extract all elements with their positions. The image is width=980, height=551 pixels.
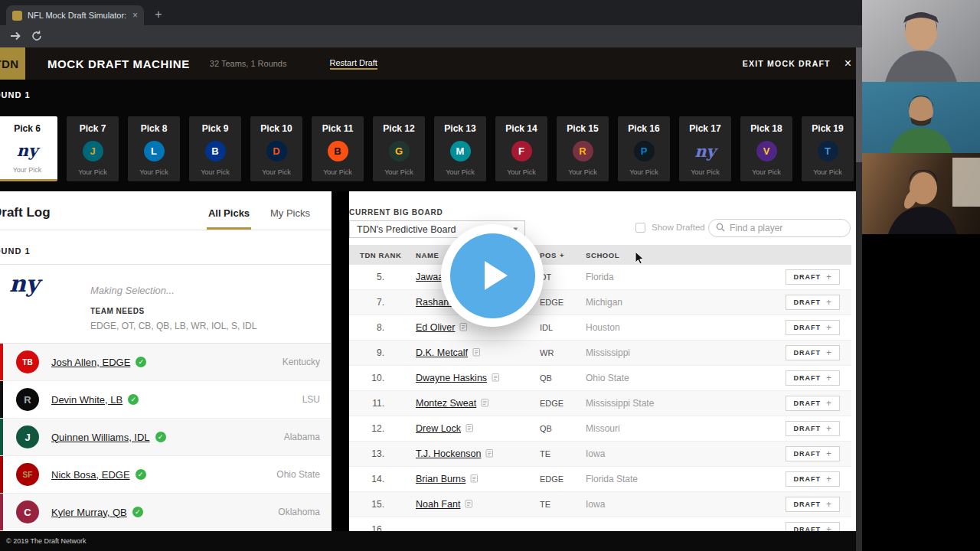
- team-color-stripe: [0, 456, 3, 493]
- pick-card-label: Pick 17: [689, 123, 720, 134]
- pos-sort-icon[interactable]: +: [560, 251, 564, 259]
- draft-plus-icon: +: [826, 474, 832, 484]
- player-link[interactable]: Devin White, LB: [51, 394, 122, 406]
- column-header-rank[interactable]: TDN RANK: [360, 251, 416, 259]
- show-drafted-checkbox[interactable]: [635, 223, 645, 233]
- pick-card-12[interactable]: Pick 12 G Your Pick: [373, 116, 425, 181]
- tdn-logo[interactable]: TDN: [0, 47, 25, 80]
- player-position: EDGE: [540, 298, 586, 307]
- team-logo-giants: ny: [694, 141, 715, 161]
- pick-card-label: Pick 12: [383, 123, 414, 134]
- player-school: Michigan: [586, 297, 775, 308]
- player-name-link[interactable]: T.J. Hockenson: [416, 448, 481, 459]
- player-link[interactable]: Quinnen Williams, IDL: [51, 432, 150, 443]
- webcam-person-silhouette: [862, 0, 980, 82]
- player-name-link[interactable]: Brian Burns: [416, 474, 466, 484]
- forward-icon[interactable]: [9, 30, 21, 45]
- player-rank: 8.: [360, 322, 384, 333]
- pick-card-label: Pick 6: [14, 123, 41, 134]
- reload-icon[interactable]: [31, 30, 43, 45]
- new-tab-button[interactable]: +: [150, 6, 167, 23]
- pick-card-label: Pick 15: [567, 123, 598, 134]
- player-link[interactable]: Kyler Murray, QB: [51, 507, 127, 518]
- player-name-link[interactable]: Dwayne Haskins: [416, 373, 487, 383]
- pick-card-18[interactable]: Pick 18 V Your Pick: [740, 116, 792, 181]
- draft-button[interactable]: DRAFT+: [786, 345, 840, 360]
- pick-card-14[interactable]: Pick 14 F Your Pick: [495, 116, 547, 181]
- your-pick-label: Your Pick: [323, 168, 352, 176]
- draft-button[interactable]: DRAFT+: [786, 295, 840, 310]
- player-name-link[interactable]: Noah Fant: [416, 499, 460, 510]
- draft-button[interactable]: DRAFT+: [786, 370, 840, 386]
- draft-button[interactable]: DRAFT+: [786, 396, 840, 411]
- player-notes-icon[interactable]: [459, 321, 468, 334]
- pick-card-8[interactable]: Pick 8 L Your Pick: [128, 116, 180, 181]
- player-school: Missouri: [586, 423, 775, 434]
- find-player-input[interactable]: [730, 223, 843, 233]
- show-drafted-label[interactable]: Show Drafted: [652, 223, 705, 232]
- team-logo-buccaneers: TB: [16, 350, 39, 373]
- draft-button[interactable]: DRAFT+: [786, 446, 840, 461]
- site-header: MOCK DRAFT MACHINE 32 Teams, 1 Rounds Re…: [0, 47, 862, 80]
- pick-card-16[interactable]: Pick 16 P Your Pick: [618, 116, 670, 181]
- player-notes-icon[interactable]: [481, 396, 489, 410]
- pick-card-15[interactable]: Pick 15 R Your Pick: [557, 116, 609, 181]
- pick-card-19[interactable]: Pick 19 T Your Pick: [802, 116, 854, 181]
- player-name-link[interactable]: Montez Sweat: [416, 398, 476, 409]
- browser-toolbar: https://thedraftnetwork.com/mock-draft-m…: [0, 25, 980, 47]
- team-color-stripe: [0, 381, 3, 418]
- restart-draft-link[interactable]: Restart Draft: [330, 58, 377, 70]
- player-link[interactable]: Josh Allen, EDGE: [51, 357, 130, 368]
- pick-card-11[interactable]: Pick 11 B Your Pick: [312, 116, 364, 181]
- search-icon: [716, 221, 725, 235]
- player-search-box[interactable]: [708, 219, 851, 237]
- player-notes-icon[interactable]: [472, 346, 481, 360]
- pick-card-9[interactable]: Pick 9 B Your Pick: [189, 116, 241, 181]
- pick-card-6[interactable]: Pick 6 ny Your Pick: [0, 116, 57, 181]
- draft-button[interactable]: DRAFT+: [786, 522, 840, 531]
- draft-button[interactable]: DRAFT+: [786, 269, 840, 285]
- draft-button[interactable]: DRAFT+: [786, 471, 840, 487]
- your-pick-label: Your Pick: [139, 168, 168, 176]
- pick-card-17[interactable]: Pick 17 ny Your Pick: [679, 116, 731, 181]
- browser-tab[interactable]: NFL Mock Draft Simulator: Ma ×: [6, 5, 144, 25]
- draft-log-row: SF Nick Bosa, EDGE ✓ Ohio State: [0, 456, 332, 494]
- column-header-school[interactable]: SCHOOL: [586, 251, 775, 259]
- pick-card-label: Pick 13: [444, 123, 475, 134]
- player-name-link[interactable]: Ed Oliver: [416, 322, 455, 333]
- player-rank: 15.: [360, 499, 384, 510]
- pick-cards-strip: Pick 6 ny Your Pick Pick 7 J Your Pick P…: [0, 116, 854, 181]
- your-pick-label: Your Pick: [78, 168, 107, 176]
- team-logo-giants: ny: [17, 140, 38, 161]
- player-name-link[interactable]: Drew Lock: [416, 423, 461, 434]
- webcam-person-silhouette: [862, 82, 980, 153]
- pick-card-10[interactable]: Pick 10 D Your Pick: [250, 116, 302, 181]
- exit-mock-draft-button[interactable]: EXIT MOCK DRAFT: [743, 59, 831, 68]
- player-notes-icon[interactable]: [485, 447, 494, 461]
- player-name-link[interactable]: D.K. Metcalf: [416, 347, 468, 358]
- column-header-pos[interactable]: POS+: [540, 251, 586, 259]
- player-school: Iowa: [586, 499, 775, 510]
- player-notes-icon[interactable]: [466, 422, 474, 435]
- draft-plus-icon: +: [826, 499, 832, 510]
- page-scrollbar[interactable]: [856, 47, 862, 551]
- draft-button[interactable]: DRAFT+: [786, 421, 840, 436]
- tab-close-icon[interactable]: ×: [132, 10, 138, 21]
- player-notes-icon[interactable]: [470, 472, 479, 486]
- video-play-button[interactable]: [441, 224, 544, 327]
- draft-button[interactable]: DRAFT+: [786, 497, 840, 512]
- pick-card-13[interactable]: Pick 13 M Your Pick: [434, 116, 486, 181]
- scrollbar-thumb[interactable]: [856, 47, 862, 162]
- player-notes-icon[interactable]: [492, 371, 500, 385]
- draft-plus-icon: +: [826, 373, 832, 383]
- close-draft-icon[interactable]: ×: [844, 57, 851, 70]
- draft-button-label: DRAFT: [793, 500, 821, 508]
- tab-my-picks[interactable]: My Picks: [270, 207, 311, 219]
- pick-card-7[interactable]: Pick 7 J Your Pick: [67, 116, 119, 181]
- draft-button[interactable]: DRAFT+: [786, 320, 840, 335]
- big-board-row: 7. Rashan Gary EDGE Michigan DRAFT+: [349, 290, 851, 315]
- player-position: EDGE: [540, 399, 586, 408]
- player-notes-icon[interactable]: [465, 497, 473, 511]
- player-link[interactable]: Nick Bosa, EDGE: [51, 469, 130, 481]
- tab-all-picks[interactable]: All Picks: [207, 207, 251, 219]
